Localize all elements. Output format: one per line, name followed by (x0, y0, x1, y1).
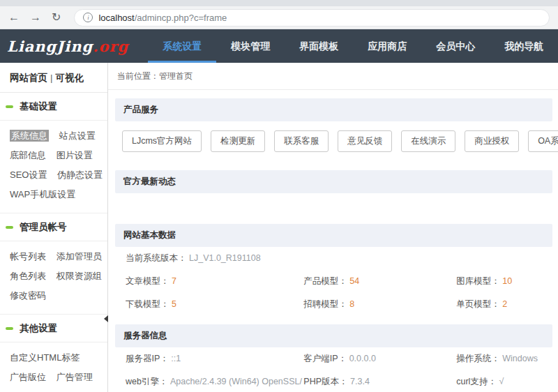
url-text[interactable]: localhost/admincp.php?c=frame (98, 13, 227, 23)
stat-label: 招聘模型： (303, 299, 347, 309)
server-value: 7.3.4 (350, 377, 370, 386)
url-path: /admincp.php?c=frame (135, 13, 227, 23)
sidebar-row: 底部信息 图片设置 (10, 149, 107, 162)
sidebar-row: SEO设置 伪静态设置 (10, 169, 107, 181)
server-value: Apache/2.4.39 (Win64) OpenSSL/ (170, 377, 302, 386)
nav-tab-my-navigation[interactable]: 我的导航 (490, 29, 558, 63)
panel-product-services-title: 产品服务 (115, 98, 552, 121)
sidebar-item-ad-positions[interactable]: 广告版位 (10, 372, 46, 382)
sidebar-item-change-password[interactable]: 修改密码 (10, 290, 46, 301)
sidebar-item-add-admin[interactable]: 添加管理员 (56, 251, 102, 262)
stat-value: 7 (172, 276, 176, 286)
nav-tab-member-center[interactable]: 会员中心 (421, 29, 490, 63)
sidebar-collapse-arrow-icon[interactable] (104, 315, 108, 322)
nav-tab-module-management[interactable]: 模块管理 (216, 29, 285, 63)
stat-value: 54 (349, 276, 359, 286)
models-row: 文章模型： 7 产品模型： 54 图库模型： 10 (115, 270, 552, 293)
back-icon[interactable]: ← (8, 12, 20, 23)
server-value: ::1 (171, 354, 181, 363)
sidebar-row: 修改密码 (10, 289, 107, 302)
official-website-button[interactable]: LJcms官方网站 (122, 130, 202, 152)
web-engine: web引擎： Apache/2.4.39 (Win64) OpenSSL/ (126, 376, 303, 388)
official-news-body (115, 193, 552, 216)
server-ip: 服务器IP： ::1 (126, 353, 303, 365)
nav-tab-app-store[interactable]: 应用商店 (353, 29, 421, 63)
feedback-button[interactable]: 意见反馈 (338, 130, 392, 152)
sidebar-row: 角色列表 权限资源组 (10, 270, 107, 282)
site-logo[interactable]: LiangJing.org (7, 38, 128, 55)
sidebar-links-basic: 系统信息 站点设置 底部信息 图片设置 SEO设置 伪静态设置 WAP手机版设置 (0, 121, 107, 213)
system-version-label: 当前系统版本： (126, 253, 187, 263)
stat-gallery-model: 图库模型： 10 (456, 276, 550, 287)
online-demo-button[interactable]: 在线演示 (401, 130, 455, 152)
oa-system-button[interactable]: OA系统 (528, 130, 558, 152)
curl-support: curl支持： √ (456, 376, 550, 388)
sidebar-section-other-settings[interactable]: 其他设置 (0, 315, 107, 342)
contact-support-button[interactable]: 联系客服 (274, 130, 329, 152)
stat-label: 图库模型： (456, 276, 500, 286)
panel-product-services: 产品服务 LJcms官方网站 检测更新 联系客服 意见反馈 在线演示 商业授权 … (115, 98, 552, 162)
stat-product-model: 产品模型： 54 (303, 276, 456, 287)
address-bar[interactable]: i localhost/admincp.php?c=frame (74, 9, 550, 27)
sidebar-section-admin-accounts[interactable]: 管理员帐号 (0, 213, 107, 241)
browser-tab-strip (0, 0, 558, 6)
browser-toolbar: ← → ↻ i localhost/admincp.php?c=frame (0, 6, 558, 29)
server-label: 操作系统： (456, 354, 500, 363)
client-ip: 客户端IP： 0.0.0.0 (303, 353, 456, 365)
logo-accent-text: .org (93, 38, 128, 55)
sidebar-link-visualization[interactable]: 可视化 (56, 73, 84, 83)
panel-server-info: 服务器信息 服务器IP： ::1 客户端IP： 0.0.0.0 操作系统： Wi… (115, 324, 552, 392)
server-label: web引擎： (126, 377, 167, 386)
collapse-minus-icon (6, 105, 13, 108)
system-version-value: LJ_V1.0_R191108 (189, 253, 261, 263)
sidebar-item-rewrite-settings[interactable]: 伪静态设置 (57, 169, 103, 180)
stat-recruit-model: 招聘模型： 8 (303, 299, 456, 310)
sidebar-item-role-list[interactable]: 角色列表 (10, 271, 46, 281)
sidebar-links-admin: 帐号列表 添加管理员 角色列表 权限资源组 修改密码 (0, 241, 107, 315)
sidebar-item-permission-groups[interactable]: 权限资源组 (56, 271, 102, 281)
version-row: 当前系统版本： LJ_V1.0_R191108 (115, 247, 552, 270)
sidebar-item-seo-settings[interactable]: SEO设置 (10, 169, 47, 180)
stat-download-model: 下载模型： 5 (126, 299, 303, 310)
server-value: Windows (502, 354, 538, 363)
reload-icon[interactable]: ↻ (52, 12, 61, 23)
sidebar-row: 帐号列表 添加管理员 (10, 250, 107, 263)
nav-tab-system-settings[interactable]: 系统设置 (148, 29, 216, 63)
panel-site-data: 网站基本数据 当前系统版本： LJ_V1.0_R191108 文章模型： 7 产… (115, 224, 552, 316)
sidebar: 网站首页|可视化 基础设置 系统信息 站点设置 底部信息 图片设置 SEO设置 … (0, 63, 108, 392)
sidebar-links-other: 自定义HTML标签 广告版位 广告管理 网站地图 (0, 342, 107, 392)
stat-value: 8 (349, 299, 354, 309)
sidebar-link-site-home[interactable]: 网站首页 (10, 73, 47, 83)
server-label: PHP版本： (303, 377, 347, 386)
sidebar-row: 广告版位 广告管理 (10, 371, 107, 384)
product-buttons-row: LJcms官方网站 检测更新 联系客服 意见反馈 在线演示 商业授权 OA系统 … (115, 121, 552, 162)
stat-label: 下载模型： (126, 299, 169, 309)
sidebar-section-basic-settings[interactable]: 基础设置 (0, 93, 107, 121)
sidebar-item-custom-html-tags[interactable]: 自定义HTML标签 (10, 352, 80, 363)
php-version: PHP版本： 7.3.4 (303, 376, 456, 388)
sidebar-item-site-settings[interactable]: 站点设置 (59, 130, 96, 141)
sidebar-item-wap-settings[interactable]: WAP手机版设置 (10, 189, 75, 199)
sidebar-row: WAP手机版设置 (10, 188, 107, 201)
stat-value: 10 (502, 276, 512, 286)
sidebar-item-ad-management[interactable]: 广告管理 (56, 372, 93, 382)
collapse-minus-icon (6, 327, 13, 330)
collapse-minus-icon (6, 226, 13, 229)
check-update-button[interactable]: 检测更新 (211, 130, 265, 152)
system-version: 当前系统版本： LJ_V1.0_R191108 (126, 252, 550, 264)
sidebar-item-footer-info[interactable]: 底部信息 (10, 150, 46, 160)
nav-tab-interface-templates[interactable]: 界面模板 (285, 29, 353, 63)
page-info-icon[interactable]: i (83, 13, 93, 22)
sidebar-item-account-list[interactable]: 帐号列表 (10, 251, 46, 262)
logo-main-text: LiangJing (7, 38, 93, 55)
stat-value: 2 (502, 299, 507, 309)
commercial-license-button[interactable]: 商业授权 (465, 130, 519, 152)
server-row: 服务器IP： ::1 客户端IP： 0.0.0.0 操作系统： Windows (115, 347, 552, 370)
server-label: 服务器IP： (126, 354, 169, 363)
panel-official-news-title: 官方最新动态 (115, 170, 552, 193)
sidebar-item-system-info[interactable]: 系统信息 (10, 130, 49, 142)
sidebar-home-row: 网站首页|可视化 (0, 63, 107, 93)
forward-icon[interactable]: → (30, 12, 41, 23)
sidebar-item-image-settings[interactable]: 图片设置 (56, 150, 93, 160)
sidebar-row: 系统信息 站点设置 (10, 130, 107, 142)
